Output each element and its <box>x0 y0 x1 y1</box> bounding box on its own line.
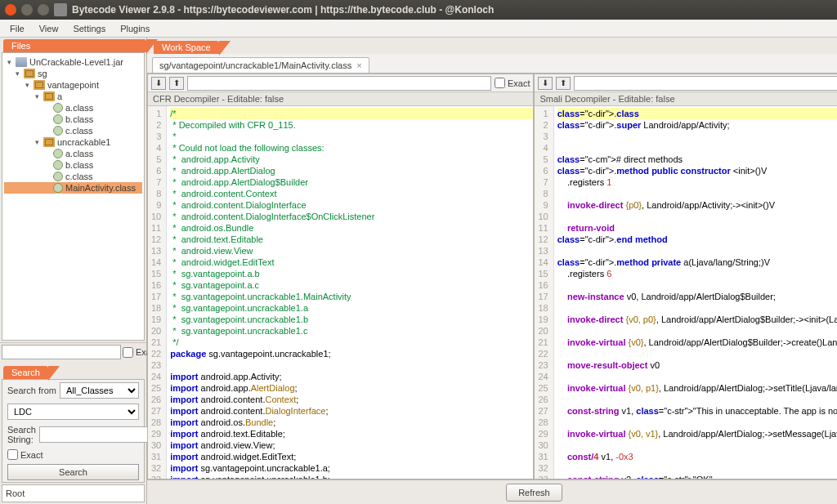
app-icon <box>54 3 67 16</box>
search-from-label: Search from <box>7 386 56 395</box>
cfr-exact-checkbox[interactable] <box>495 78 505 88</box>
search-string-label: Search String: <box>7 425 36 444</box>
menu-view[interactable]: View <box>33 22 65 35</box>
cfr-save-button[interactable]: ⬇ <box>151 77 166 90</box>
tree-node[interactable]: c.class <box>4 171 142 182</box>
window-minimize-button[interactable] <box>21 4 33 16</box>
smali-save-button[interactable]: ⬇ <box>538 77 553 90</box>
search-from-select[interactable]: All_Classes <box>60 382 139 399</box>
file-tab-bar: sg/vantagepoint/uncrackable1/MainActivit… <box>147 54 837 74</box>
file-tab-label: sg/vantagepoint/uncrackable1/MainActivit… <box>159 60 351 70</box>
search-results: Root <box>2 484 145 502</box>
window-close-button[interactable] <box>5 4 16 16</box>
menu-file[interactable]: File <box>3 22 31 35</box>
smali-code-area[interactable]: 1 2 3 4 5 6 7 8 9 10 11 12 13 14 15 16 1… <box>535 106 837 479</box>
files-exact-checkbox[interactable] <box>123 347 133 358</box>
tree-node[interactable]: ▾sg <box>4 68 142 79</box>
tree-node[interactable]: a.class <box>4 102 142 114</box>
files-filter-input[interactable] <box>2 345 121 359</box>
window-title: Bytecode Viewer 2.9.8 - https://bytecode… <box>72 4 494 16</box>
tree-node[interactable]: ▾uncrackable1 <box>4 136 142 148</box>
menu-settings[interactable]: Settings <box>66 22 112 35</box>
smali-up-button[interactable]: ⬆ <box>556 77 571 90</box>
tree-node[interactable]: ▾vantagepoint <box>4 79 142 91</box>
tree-node[interactable]: ▾UnCrackable-Level1.jar <box>4 56 142 68</box>
tree-node[interactable]: b.class <box>4 159 142 171</box>
cfr-editor-header: CFR Decompiler - Editable: false <box>148 92 533 106</box>
window-maximize-button[interactable] <box>38 4 49 16</box>
refresh-button[interactable]: Refresh <box>506 484 562 502</box>
search-panel-tab[interactable]: Search <box>3 366 48 379</box>
close-icon[interactable]: × <box>356 60 361 70</box>
smali-editor-pane: ⬇ ⬆ Exact Smali Decompiler - Editable: f… <box>534 74 837 479</box>
smali-search-input[interactable] <box>574 76 837 91</box>
tree-node[interactable]: ▾a <box>4 91 142 102</box>
search-string-input[interactable] <box>39 426 159 443</box>
workspace-panel-tab[interactable]: Work Space <box>154 41 219 54</box>
tree-node[interactable]: c.class <box>4 125 142 136</box>
search-exact-checkbox[interactable] <box>7 449 18 460</box>
smali-editor-header: Smali Decompiler - Editable: false <box>535 92 837 106</box>
menubar: File View Settings Plugins <box>0 20 837 38</box>
cfr-code-area[interactable]: 1 2 3 4 5 6 7 8 9 10 11 12 13 14 15 16 1… <box>148 106 533 479</box>
search-exact-label: Exact <box>20 450 43 460</box>
search-root-label: Root <box>6 488 25 498</box>
file-tab-mainactivity[interactable]: sg/vantagepoint/uncrackable1/MainActivit… <box>152 57 369 73</box>
tree-node[interactable]: a.class <box>4 148 142 159</box>
menu-plugins[interactable]: Plugins <box>114 22 156 35</box>
search-type-select[interactable]: LDC <box>7 404 139 420</box>
search-button[interactable]: Search <box>7 464 139 480</box>
cfr-up-button[interactable]: ⬆ <box>169 77 184 90</box>
titlebar: Bytecode Viewer 2.9.8 - https://bytecode… <box>0 0 837 20</box>
cfr-search-input[interactable] <box>187 76 491 91</box>
cfr-editor-pane: ⬇ ⬆ Exact CFR Decompiler - Editable: fal… <box>147 74 534 479</box>
files-panel-tab[interactable]: Files <box>3 39 146 52</box>
tree-node[interactable]: b.class <box>4 114 142 125</box>
files-tree: ▾UnCrackable-Level1.jar▾sg▾vantagepoint▾… <box>2 52 145 341</box>
tree-node[interactable]: MainActivity.class <box>4 182 142 194</box>
